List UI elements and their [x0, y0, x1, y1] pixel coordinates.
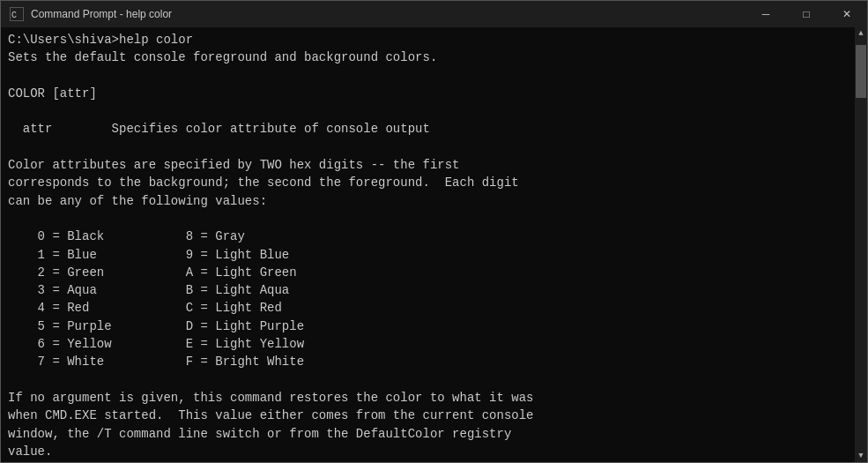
cmd-icon: C	[10, 7, 24, 21]
maximize-button[interactable]: □	[786, 1, 827, 27]
titlebar-left: C Command Prompt - help color	[10, 7, 172, 21]
close-button[interactable]: ✕	[827, 1, 867, 27]
scrollbar[interactable]: ▲ ▼	[855, 27, 867, 462]
titlebar: C Command Prompt - help color ─ □ ✕	[1, 1, 867, 27]
scrollbar-track[interactable]	[855, 40, 867, 450]
command-prompt-window: C Command Prompt - help color ─ □ ✕ C:\U…	[0, 0, 868, 463]
minimize-button[interactable]: ─	[746, 1, 786, 27]
scrollbar-thumb[interactable]	[856, 45, 866, 98]
svg-text:C: C	[11, 11, 17, 20]
scroll-down-arrow[interactable]: ▼	[855, 450, 867, 462]
content-area: C:\Users\shiva>help color Sets the defau…	[1, 27, 867, 462]
window-title: Command Prompt - help color	[31, 8, 172, 20]
window-controls: ─ □ ✕	[746, 1, 867, 27]
terminal-output[interactable]: C:\Users\shiva>help color Sets the defau…	[1, 27, 855, 462]
scroll-up-arrow[interactable]: ▲	[855, 27, 867, 40]
